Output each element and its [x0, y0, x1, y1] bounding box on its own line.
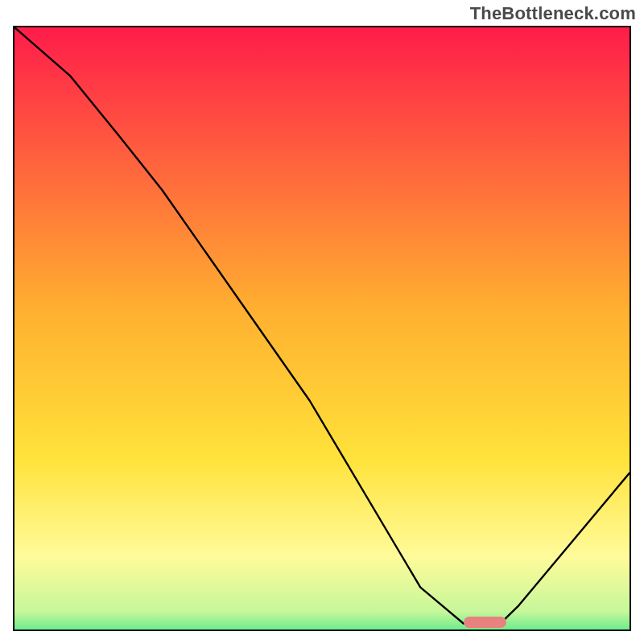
- watermark-text: TheBottleneck.com: [470, 3, 636, 24]
- optimal-marker: [464, 617, 506, 628]
- plot-area: [13, 26, 631, 631]
- chart-container: TheBottleneck.com: [0, 0, 644, 644]
- bottleneck-curve: [14, 27, 630, 630]
